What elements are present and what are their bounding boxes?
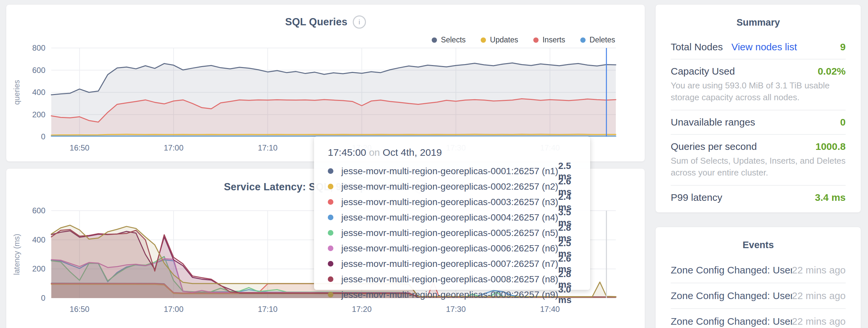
x-tick-label: 17:00: [164, 305, 183, 314]
event-row[interactable]: Zone Config Changed: User… 22 mins ago: [671, 283, 846, 308]
y-tick-label: 800: [32, 43, 45, 52]
event-time: 22 mins ago: [792, 265, 846, 276]
event-row[interactable]: Zone Config Changed: User… 22 mins ago: [671, 308, 846, 328]
y-tick-label: 600: [32, 206, 45, 215]
legend-item-inserts[interactable]: Inserts: [533, 35, 565, 44]
series-area-Inserts: [51, 99, 616, 137]
node-color-dot: [328, 261, 333, 266]
events-panel: Events Zone Config Changed: User… 22 min…: [655, 227, 861, 328]
y-axis-label: latency (ms): [12, 234, 21, 275]
y-tick-label: 600: [32, 66, 45, 75]
legend-color-dot: [481, 37, 486, 43]
tooltip-row: jesse-movr-multi-region-georeplicas-0006…: [328, 240, 577, 256]
queries-per-second-description: Sum of Selects, Updates, Inserts, and De…: [671, 155, 846, 179]
node-name: jesse-movr-multi-region-georeplicas-0008…: [341, 274, 558, 285]
summary-row-capacity-used: Capacity Used 0.02% You are using 593.0 …: [671, 59, 846, 110]
capacity-used-label: Capacity Used: [671, 66, 735, 77]
tooltip-row: jesse-movr-multi-region-georeplicas-0003…: [328, 194, 577, 210]
node-name: jesse-movr-multi-region-georeplicas-0009…: [341, 290, 558, 300]
tooltip-row: jesse-movr-multi-region-georeplicas-0004…: [328, 210, 577, 225]
legend-color-dot: [533, 37, 538, 43]
event-label: Zone Config Changed: User…: [671, 265, 792, 276]
node-name: jesse-movr-multi-region-georeplicas-0002…: [341, 182, 558, 192]
node-color-dot: [328, 168, 333, 174]
tooltip-date: Oct 4th, 2019: [383, 147, 442, 158]
x-tick-label: 17:30: [446, 305, 466, 314]
node-latency-value: 3.0 ms: [558, 284, 571, 305]
node-name: jesse-movr-multi-region-georeplicas-0005…: [341, 228, 558, 238]
node-name: jesse-movr-multi-region-georeplicas-0007…: [341, 259, 558, 269]
x-tick-label: 17:00: [164, 143, 183, 152]
x-tick-label: 17:10: [258, 143, 278, 152]
legend-label: Inserts: [542, 35, 565, 44]
tooltip-timestamp: 17:45:00 on Oct 4th, 2019: [328, 147, 577, 158]
node-name: jesse-movr-multi-region-georeplicas-0003…: [341, 197, 558, 207]
legend-label: Updates: [490, 35, 518, 44]
tooltip-row: jesse-movr-multi-region-georeplicas-0008…: [328, 271, 577, 287]
y-axis-label: queries: [12, 80, 21, 104]
y-tick-label: 400: [32, 235, 45, 244]
event-label: Zone Config Changed: User…: [671, 316, 792, 327]
legend-item-selects[interactable]: Selects: [432, 35, 466, 44]
node-color-dot: [328, 199, 333, 205]
total-nodes-value: 9: [840, 41, 846, 53]
p99-latency-label: P99 latency: [671, 192, 722, 203]
y-tick-label: 0: [41, 294, 45, 302]
sql-queries-legend: SelectsUpdatesInsertsDeletes: [432, 35, 615, 44]
tooltip-row: jesse-movr-multi-region-georeplicas-0005…: [328, 225, 577, 240]
x-tick-label: 16:50: [70, 143, 89, 152]
sql-queries-title-row: SQL Queries i: [6, 15, 645, 29]
node-color-dot: [328, 184, 333, 189]
queries-per-second-label: Queries per second: [671, 141, 757, 152]
node-name: jesse-movr-multi-region-georeplicas-0004…: [341, 212, 558, 223]
chart-hover-tooltip: 17:45:00 on Oct 4th, 2019 jesse-movr-mul…: [314, 136, 590, 290]
event-label: Zone Config Changed: User…: [671, 290, 792, 301]
y-tick-label: 400: [32, 88, 45, 97]
p99-latency-value: 3.4 ms: [815, 192, 846, 203]
capacity-used-value: 0.02%: [818, 66, 846, 77]
queries-per-second-value: 1000.8: [815, 141, 846, 152]
tooltip-row: jesse-movr-multi-region-georeplicas-0009…: [328, 287, 577, 302]
node-color-dot: [328, 230, 333, 236]
x-tick-label: 17:10: [258, 305, 278, 314]
unavailable-ranges-label: Unavailable ranges: [671, 117, 755, 128]
x-tick-label: 16:50: [70, 305, 89, 314]
node-color-dot: [328, 245, 333, 251]
tooltip-row: jesse-movr-multi-region-georeplicas-0007…: [328, 256, 577, 271]
legend-color-dot: [432, 37, 437, 43]
tooltip-row: jesse-movr-multi-region-georeplicas-0001…: [328, 163, 577, 179]
summary-title: Summary: [671, 17, 846, 28]
event-time: 22 mins ago: [792, 290, 846, 301]
summary-row-queries-per-second: Queries per second 1000.8 Sum of Selects…: [671, 134, 846, 185]
legend-item-deletes[interactable]: Deletes: [580, 35, 615, 44]
summary-row-p99-latency: P99 latency 3.4 ms: [671, 185, 846, 209]
node-color-dot: [328, 292, 333, 297]
summary-row-unavailable-ranges: Unavailable ranges 0: [671, 110, 846, 134]
events-title: Events: [671, 239, 846, 251]
event-time: 22 mins ago: [792, 316, 846, 327]
node-color-dot: [328, 276, 333, 282]
total-nodes-label: Total Nodes: [671, 41, 723, 53]
y-tick-label: 200: [32, 110, 45, 119]
legend-item-updates[interactable]: Updates: [481, 35, 518, 44]
cluster-dashboard: { "colors": { "accent_link": "#2e5fe8", …: [0, 0, 868, 328]
capacity-used-description: You are using 593.0 MiB of 3.1 TiB usabl…: [671, 80, 846, 103]
tooltip-rows: jesse-movr-multi-region-georeplicas-0001…: [328, 163, 577, 302]
node-name: jesse-movr-multi-region-georeplicas-0006…: [341, 243, 558, 254]
node-color-dot: [328, 215, 333, 220]
view-nodes-list-link[interactable]: View nodes list: [731, 41, 797, 53]
node-name: jesse-movr-multi-region-georeplicas-0001…: [341, 166, 558, 176]
legend-label: Selects: [441, 35, 466, 44]
tooltip-row: jesse-movr-multi-region-georeplicas-0002…: [328, 179, 577, 194]
legend-label: Deletes: [590, 35, 615, 44]
event-row[interactable]: Zone Config Changed: User… 22 mins ago: [671, 258, 846, 283]
info-icon[interactable]: i: [353, 15, 366, 29]
legend-color-dot: [580, 37, 586, 43]
x-tick-label: 17:40: [540, 305, 560, 314]
tooltip-time: 17:45:00: [328, 147, 366, 158]
y-tick-label: 0: [41, 132, 45, 141]
tooltip-preposition: on: [369, 147, 380, 158]
x-tick-label: 17:20: [352, 305, 372, 314]
summary-row-total-nodes: Total Nodes View nodes list 9: [671, 35, 846, 59]
unavailable-ranges-value: 0: [840, 117, 846, 128]
